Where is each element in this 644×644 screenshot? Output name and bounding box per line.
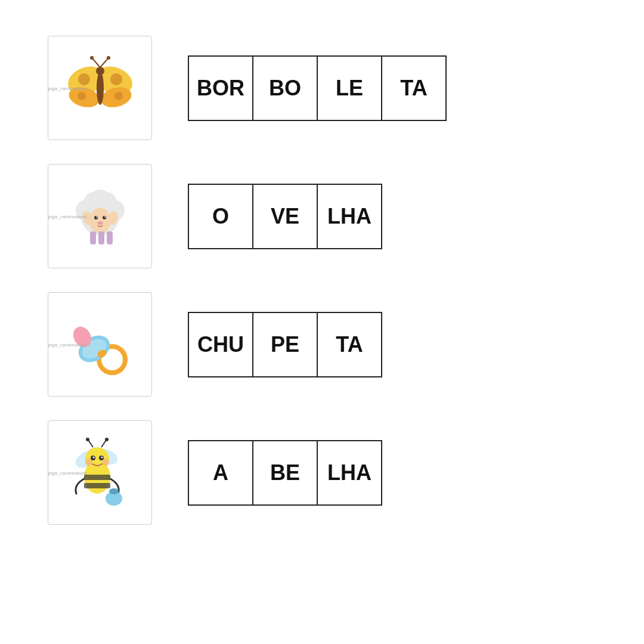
svg-point-25 <box>97 221 103 225</box>
svg-point-24 <box>104 216 106 218</box>
row-chupeta: @psicopedagoga_carolmaburd CHU PE TA <box>48 292 596 397</box>
syllables-chupeta: CHU PE TA <box>188 312 381 377</box>
svg-point-11 <box>90 56 94 60</box>
svg-point-51 <box>105 438 109 441</box>
svg-line-48 <box>88 440 93 447</box>
watermark-2: @psicopedagoga_carolmaburd <box>48 213 86 219</box>
svg-point-9 <box>96 67 104 75</box>
svg-point-49 <box>86 438 89 441</box>
svg-rect-40 <box>84 483 110 488</box>
svg-point-23 <box>96 216 97 218</box>
svg-point-7 <box>114 92 123 100</box>
syllable-BO: BO <box>252 55 318 121</box>
svg-point-5 <box>110 73 122 85</box>
syllable-O: O <box>188 184 253 249</box>
row-borboleta: @psicopedagoga_carolmaburd <box>48 36 596 140</box>
syllable-PE: PE <box>252 312 318 377</box>
svg-point-44 <box>92 456 94 458</box>
image-chupeta: @psicopedagoga_carolmaburd <box>48 292 152 397</box>
svg-rect-29 <box>98 231 104 244</box>
image-abelha: @psicopedagoga_carolmaburd <box>48 420 152 525</box>
svg-point-6 <box>78 92 86 100</box>
syllable-CHU: CHU <box>188 312 253 377</box>
svg-rect-30 <box>107 231 113 244</box>
svg-line-12 <box>100 58 108 67</box>
watermark-1: @psicopedagoga_carolmaburd <box>48 85 86 91</box>
svg-point-21 <box>94 216 98 219</box>
svg-line-10 <box>92 58 100 67</box>
svg-point-46 <box>85 459 92 466</box>
syllables-ovelha: O VE LHA <box>188 184 381 249</box>
svg-line-50 <box>101 440 106 447</box>
svg-point-45 <box>101 456 103 458</box>
syllables-abelha: A BE LHA <box>188 440 381 506</box>
watermark-4: @psicopedagoga_carolmaburd <box>48 470 86 475</box>
syllable-TA2: TA <box>317 312 382 377</box>
syllable-BE: BE <box>252 440 318 506</box>
svg-point-4 <box>78 73 90 85</box>
svg-point-8 <box>97 72 104 105</box>
svg-rect-28 <box>90 231 96 244</box>
syllable-LHA: LHA <box>317 184 382 249</box>
syllables-borboleta: BOR BO LE TA <box>188 55 445 121</box>
syllable-BOR: BOR <box>188 55 253 121</box>
syllable-A: A <box>188 440 253 506</box>
svg-point-53 <box>109 488 119 494</box>
syllable-LE: LE <box>317 55 382 121</box>
syllable-VE: VE <box>252 184 318 249</box>
svg-point-22 <box>103 216 106 219</box>
syllable-TA: TA <box>381 55 447 121</box>
row-abelha: @psicopedagoga_carolmaburd <box>48 420 596 525</box>
image-ovelha: @psicopedagoga_carolmaburd <box>48 164 152 268</box>
watermark-3: @psicopedagoga_carolmaburd <box>48 342 86 347</box>
image-borboleta: @psicopedagoga_carolmaburd <box>48 36 152 140</box>
row-ovelha: @psicopedagoga_carolmaburd <box>48 164 596 268</box>
svg-point-47 <box>102 459 109 466</box>
page: @psicopedagoga_carolmaburd <box>0 0 644 644</box>
syllable-LHA: LHA <box>317 440 382 506</box>
svg-rect-39 <box>84 475 110 480</box>
svg-point-13 <box>107 56 110 60</box>
